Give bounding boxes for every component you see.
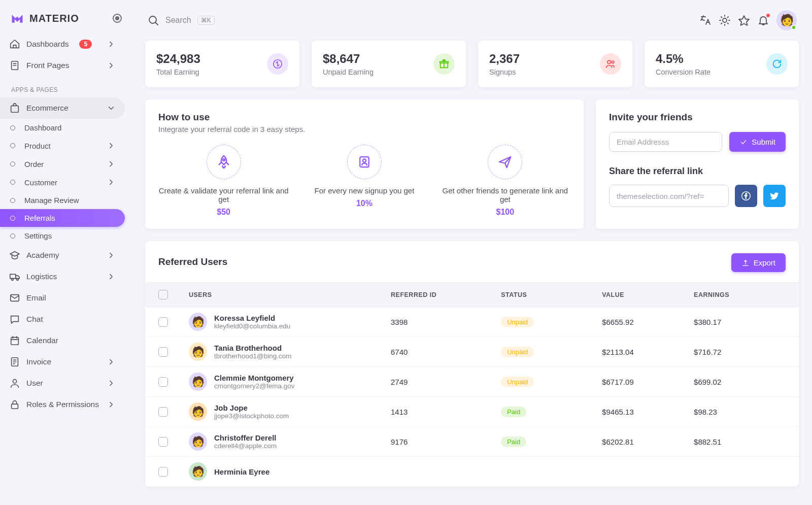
- svg-point-3: [12, 279, 14, 281]
- svg-point-20: [363, 159, 366, 162]
- row-checkbox[interactable]: [158, 467, 168, 477]
- notifications-button[interactable]: [757, 14, 769, 26]
- row-checkbox[interactable]: [158, 347, 168, 357]
- id-card-icon: [347, 145, 382, 179]
- subnav-settings[interactable]: Settings: [0, 227, 125, 245]
- user-avatar[interactable]: 🧑: [776, 10, 797, 30]
- value-cell: $6717.09: [602, 378, 694, 386]
- svg-marker-12: [739, 16, 749, 25]
- nav-label: Roles & Permissions: [26, 400, 99, 409]
- select-all-checkbox[interactable]: [158, 290, 168, 299]
- bag-icon: [9, 103, 20, 114]
- stat-unpaid-earning: $8,647 Unpaid Earning: [312, 41, 466, 87]
- card-subtitle: Integrate your referral code in 3 easy s…: [158, 125, 570, 133]
- home-icon: [9, 39, 20, 50]
- stats-row: $24,983 Total Earning $8,647 Unpaid Earn…: [145, 41, 799, 87]
- user-avatar-icon: 🧑: [189, 462, 207, 481]
- subnav-customer[interactable]: Customer: [0, 173, 125, 191]
- table-row[interactable]: 🧑Job Jopejjope3@istockphoto.com1413Paid$…: [145, 397, 799, 427]
- value-cell: $2113.04: [602, 348, 694, 356]
- subnav-label: Product: [24, 142, 51, 150]
- table-row[interactable]: 🧑Koressa Leyfieldkleyfield0@columbia.edu…: [145, 307, 799, 337]
- nav-roles[interactable]: Roles & Permissions: [0, 394, 125, 415]
- subnav-product[interactable]: Product: [0, 137, 125, 155]
- sidebar-pin-icon[interactable]: [113, 14, 122, 23]
- row-checkbox[interactable]: [158, 437, 168, 447]
- col-status[interactable]: STATUS: [501, 291, 602, 298]
- subnav-label: Order: [24, 160, 44, 169]
- user-avatar-icon: 🧑: [189, 402, 207, 421]
- nav-calendar[interactable]: Calendar: [0, 330, 125, 351]
- nav-front-pages[interactable]: Front Pages: [0, 55, 125, 76]
- user-name: Koressa Leyfield: [214, 314, 290, 322]
- nav-dashboards[interactable]: Dashboards 5: [0, 33, 125, 55]
- table-row[interactable]: 🧑Tania Brotherhoodtbrotherhood1@bing.com…: [145, 337, 799, 367]
- chevron-right-icon: [107, 159, 116, 169]
- lock-icon: [9, 399, 20, 410]
- col-referred-id[interactable]: REFERRED ID: [391, 291, 501, 298]
- star-icon[interactable]: [738, 14, 750, 26]
- user-avatar-icon: 🧑: [189, 373, 207, 391]
- subnav-manage-review[interactable]: Manage Review: [0, 191, 125, 209]
- export-button[interactable]: Export: [731, 253, 786, 272]
- nav-academy[interactable]: Academy: [0, 245, 125, 266]
- bullet-icon: [10, 233, 15, 239]
- theme-icon[interactable]: [719, 14, 731, 26]
- rocket-icon: [207, 145, 241, 179]
- nav-label: Front Pages: [26, 61, 69, 70]
- users-icon: [600, 53, 621, 75]
- col-earnings[interactable]: EARNINGS: [694, 291, 786, 298]
- nav-label: Calendar: [26, 336, 58, 345]
- nav-logistics[interactable]: Logistics: [0, 266, 125, 287]
- facebook-button[interactable]: [735, 185, 757, 207]
- search-trigger[interactable]: Search ⌘K: [147, 14, 215, 26]
- status-badge: Unpaid: [501, 317, 534, 327]
- nav-label: Dashboards: [26, 40, 69, 49]
- user-name: Clemmie Montgomery: [214, 374, 295, 382]
- row-checkbox[interactable]: [158, 377, 168, 387]
- chevron-right-icon: [107, 272, 116, 281]
- nav-ecommerce[interactable]: Ecommerce: [0, 97, 125, 119]
- topbar: Search ⌘K 🧑: [145, 0, 799, 41]
- nav-chat[interactable]: Chat: [0, 309, 125, 330]
- row-checkbox[interactable]: [158, 407, 168, 417]
- row-checkbox[interactable]: [158, 317, 168, 327]
- stat-label: Signups: [489, 68, 520, 76]
- chevron-right-icon: [107, 379, 116, 388]
- table-row[interactable]: 🧑Clemmie Montgomerycmontgomery2@fema.gov…: [145, 367, 799, 397]
- search-icon: [147, 14, 159, 26]
- nav-user[interactable]: User: [0, 373, 125, 394]
- referral-link-input[interactable]: [609, 185, 729, 207]
- logo-row: MATERIO: [0, 7, 132, 33]
- academy-icon: [9, 250, 20, 261]
- col-users[interactable]: USERS: [189, 291, 391, 298]
- stat-label: Conversion Rate: [656, 68, 710, 76]
- chevron-right-icon: [107, 400, 116, 409]
- subnav-dashboard[interactable]: Dashboard: [0, 119, 125, 137]
- value-cell: $6202.81: [602, 437, 694, 446]
- twitter-button[interactable]: [763, 185, 786, 207]
- email-input[interactable]: [609, 132, 722, 152]
- table-row[interactable]: 🧑Christoffer Derellcderell4@apple.com917…: [145, 427, 799, 457]
- earnings-cell: $98.23: [694, 408, 786, 416]
- nav-invoice[interactable]: Invoice: [0, 351, 125, 373]
- table-row[interactable]: 🧑Herminia Eyree: [145, 457, 799, 487]
- stat-signups: 2,367 Signups: [478, 41, 632, 87]
- stat-value: 2,367: [489, 52, 520, 66]
- step-1: Create & validate your referral link and…: [158, 145, 289, 217]
- subnav-label: Settings: [24, 231, 52, 240]
- subnav-order[interactable]: Order: [0, 155, 125, 173]
- nav-email[interactable]: Email: [0, 287, 125, 309]
- submit-button[interactable]: Submit: [729, 132, 786, 152]
- logo-icon: [10, 11, 24, 25]
- user-name: Job Jope: [214, 403, 289, 412]
- subnav-label: Manage Review: [24, 196, 79, 205]
- col-value[interactable]: VALUE: [602, 291, 694, 298]
- nav-label: User: [26, 379, 43, 388]
- stat-value: $8,647: [323, 52, 374, 66]
- user-icon: [9, 378, 20, 389]
- language-icon[interactable]: [699, 14, 712, 26]
- mail-icon: [9, 292, 20, 304]
- value-cell: $9465.13: [602, 408, 694, 416]
- subnav-referrals[interactable]: Referrals: [0, 209, 125, 227]
